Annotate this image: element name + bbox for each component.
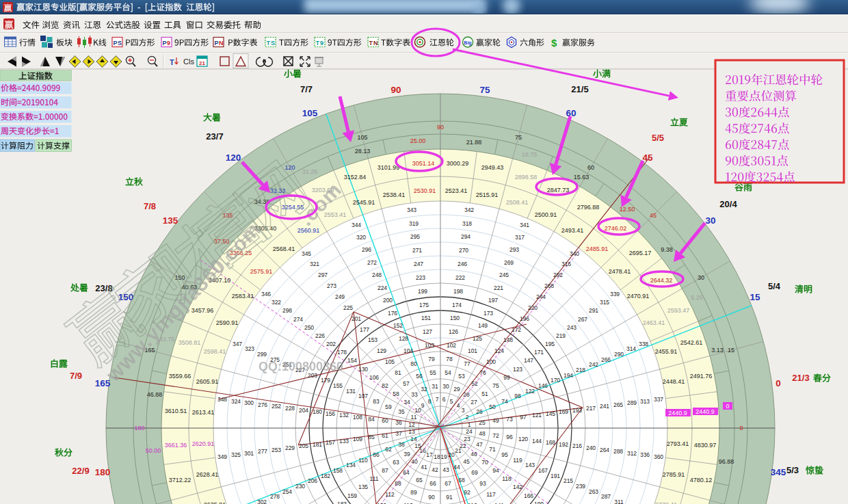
svg-text:254: 254 xyxy=(282,488,292,495)
svg-text:2448.41: 2448.41 xyxy=(663,378,685,385)
svg-text:2515.91: 2515.91 xyxy=(476,191,499,198)
svg-text:204: 204 xyxy=(299,407,308,414)
svg-text:201: 201 xyxy=(352,315,361,322)
svg-text:6.25: 6.25 xyxy=(691,294,703,301)
svg-text:36: 36 xyxy=(395,419,402,426)
svg-text:15: 15 xyxy=(750,292,760,302)
svg-text:2605.91: 2605.91 xyxy=(196,378,219,385)
svg-text:2575.91: 2575.91 xyxy=(250,268,273,275)
svg-text:299: 299 xyxy=(257,351,267,358)
svg-text:15.63: 15.63 xyxy=(574,174,589,181)
svg-text:82: 82 xyxy=(382,382,388,389)
svg-text:58: 58 xyxy=(393,390,399,397)
svg-text:S: S xyxy=(271,40,275,47)
svg-text:105: 105 xyxy=(385,358,395,365)
svg-text:56: 56 xyxy=(416,373,423,380)
svg-text:344: 344 xyxy=(352,222,361,228)
svg-text:128: 128 xyxy=(399,335,408,342)
svg-text:241: 241 xyxy=(600,403,609,410)
svg-text:269: 269 xyxy=(504,259,514,266)
svg-text:345: 345 xyxy=(302,250,311,257)
svg-text:5/3: 5/3 xyxy=(786,465,799,475)
svg-text:91: 91 xyxy=(446,494,453,501)
svg-text:T: T xyxy=(316,40,320,47)
svg-text:3152.84: 3152.84 xyxy=(344,174,367,181)
svg-text:7/9: 7/9 xyxy=(70,371,82,381)
svg-text:100: 100 xyxy=(486,358,496,365)
svg-text:346: 346 xyxy=(261,291,271,297)
svg-text:2500.91: 2500.91 xyxy=(535,211,557,218)
svg-text:314: 314 xyxy=(626,345,636,352)
svg-text:8: 8 xyxy=(428,398,432,405)
svg-text:173: 173 xyxy=(483,310,493,317)
svg-text:2620.91: 2620.91 xyxy=(192,440,215,447)
svg-text:P: P xyxy=(215,40,219,47)
svg-text:20/4: 20/4 xyxy=(719,199,737,209)
svg-text:294: 294 xyxy=(461,233,471,240)
svg-text:2440.9: 2440.9 xyxy=(668,410,687,416)
svg-text:112: 112 xyxy=(385,491,395,498)
svg-text:11: 11 xyxy=(411,414,417,421)
svg-text:229: 229 xyxy=(285,445,295,451)
svg-text:9: 9 xyxy=(320,40,323,47)
svg-text:50.00: 50.00 xyxy=(146,447,161,454)
svg-text:38: 38 xyxy=(398,441,405,448)
svg-text:21.88: 21.88 xyxy=(466,139,482,146)
svg-text:176: 176 xyxy=(388,310,397,317)
svg-text:243: 243 xyxy=(567,324,577,331)
svg-text:222: 222 xyxy=(455,274,465,281)
svg-text:347: 347 xyxy=(233,341,242,347)
svg-text:95: 95 xyxy=(501,451,508,458)
svg-text:42: 42 xyxy=(432,466,438,473)
svg-text:21/5: 21/5 xyxy=(571,84,588,94)
svg-text:75: 75 xyxy=(492,382,499,389)
svg-text:156: 156 xyxy=(326,410,335,417)
svg-text:220: 220 xyxy=(528,304,538,311)
svg-text:45: 45 xyxy=(642,152,653,163)
svg-text:3000.29: 3000.29 xyxy=(447,160,469,167)
svg-text:2898.58: 2898.58 xyxy=(515,174,538,181)
svg-text:120: 120 xyxy=(284,164,295,171)
svg-text:277: 277 xyxy=(258,448,267,455)
svg-text:18.75: 18.75 xyxy=(522,151,538,158)
svg-text:246: 246 xyxy=(458,261,467,267)
svg-text:2785.91: 2785.91 xyxy=(663,471,685,478)
svg-text:2949.43: 2949.43 xyxy=(481,164,504,171)
svg-text:267: 267 xyxy=(578,316,587,323)
svg-text:248: 248 xyxy=(372,271,382,278)
svg-text:60: 60 xyxy=(382,417,388,424)
svg-text:2778.41: 2778.41 xyxy=(655,501,678,504)
svg-text:151: 151 xyxy=(421,315,431,321)
svg-text:206: 206 xyxy=(308,477,317,484)
svg-text:Big: Big xyxy=(464,40,471,46)
svg-text:75: 75 xyxy=(479,85,490,95)
svg-text:199: 199 xyxy=(418,288,427,295)
svg-text:68: 68 xyxy=(458,477,465,483)
svg-text:167: 167 xyxy=(538,467,548,474)
svg-text:21: 21 xyxy=(199,60,205,66)
svg-text:360: 360 xyxy=(654,453,663,460)
svg-text:2628.41: 2628.41 xyxy=(196,471,219,478)
svg-text:270: 270 xyxy=(459,247,468,254)
svg-text:73: 73 xyxy=(506,416,513,423)
svg-text:2463.41: 2463.41 xyxy=(643,319,665,326)
svg-text:3051.14: 3051.14 xyxy=(412,160,435,167)
svg-text:2523.41: 2523.41 xyxy=(445,187,468,194)
svg-text:168: 168 xyxy=(546,439,555,446)
svg-text:2793.41: 2793.41 xyxy=(667,440,689,447)
svg-text:51: 51 xyxy=(481,390,488,397)
svg-text:193: 193 xyxy=(572,407,582,414)
svg-text:192: 192 xyxy=(559,441,568,448)
svg-text:22/9: 22/9 xyxy=(72,466,89,476)
svg-text:1: 1 xyxy=(468,421,471,428)
svg-text:202: 202 xyxy=(326,341,336,347)
svg-text:18: 18 xyxy=(434,453,440,460)
svg-text:321: 321 xyxy=(310,261,319,267)
svg-text:157: 157 xyxy=(326,439,335,446)
svg-text:320: 320 xyxy=(356,234,366,241)
svg-text:177: 177 xyxy=(360,326,369,333)
svg-text:52: 52 xyxy=(471,380,478,387)
svg-text:17: 17 xyxy=(426,451,433,458)
svg-text:74: 74 xyxy=(501,398,508,405)
svg-text:19: 19 xyxy=(440,453,447,460)
